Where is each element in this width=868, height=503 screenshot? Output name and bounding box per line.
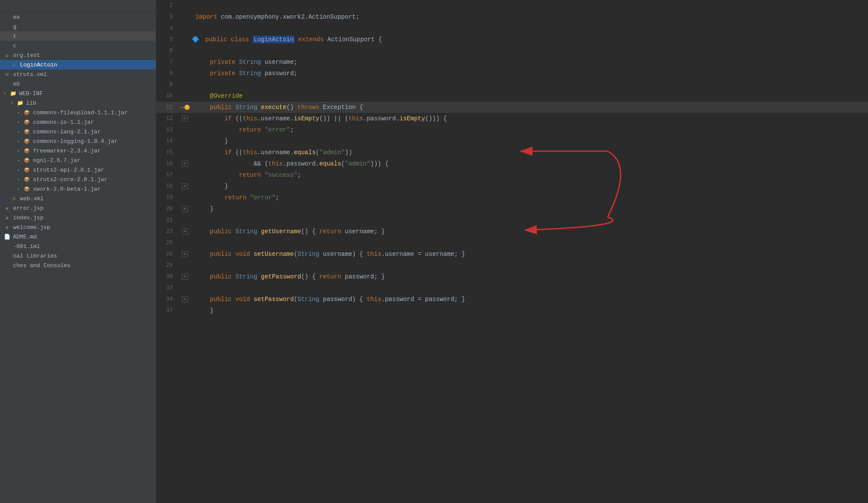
line-gutter-9	[178, 79, 192, 90]
token-plain	[195, 126, 239, 133]
line-gutter-11: →	[178, 102, 192, 113]
token-kw: class	[231, 36, 249, 43]
line-gutter-7	[178, 56, 192, 68]
token-kw: this	[243, 115, 257, 122]
sidebar-label: web.xml	[20, 195, 44, 202]
line-number-7: 7	[156, 56, 178, 68]
sidebar-item-xwork[interactable]: ▸📦xwork-2.0-beta-1.jar	[0, 184, 156, 194]
sidebar-label: error.jsp	[13, 205, 43, 212]
sidebar-item-eb[interactable]: eb	[0, 79, 156, 89]
sidebar-item-freemarker[interactable]: ▸📦freemarker-2.3.4.jar	[0, 146, 156, 156]
sidebar-item-commons-io[interactable]: ▸📦commons-io-1.1.jar	[0, 117, 156, 127]
sidebar-item-commons-lang[interactable]: ▸📦commons-lang-2.1.jar	[0, 127, 156, 136]
code-line-10: 10 @Override	[156, 90, 868, 102]
sidebar-icon-jar: 📦	[23, 138, 30, 145]
token-method: equals	[294, 149, 316, 156]
token-kw: private	[210, 70, 236, 77]
sidebar-item-chesConsoles[interactable]: ches and Consoles	[0, 261, 156, 270]
sidebar-item-commons-logging[interactable]: ▸📦commons-logging-1.0.4.jar	[0, 136, 156, 146]
sidebar-label: WEB-INF	[19, 90, 43, 97]
sidebar-item-WEB-INF[interactable]: ▾📁WEB-INF	[0, 89, 156, 98]
token-kw: return	[224, 194, 246, 201]
token-plain	[217, 13, 220, 20]
line-content-20: }	[192, 203, 868, 215]
sidebar-icon-folder: 📁	[16, 99, 23, 106]
sidebar-label: struts2-api-2.0.1.jar	[33, 167, 104, 173]
sidebar-item-g[interactable]: g	[0, 22, 156, 31]
fold-icon[interactable]: +	[182, 206, 188, 212]
sidebar-icon-plain	[3, 262, 10, 269]
fold-icon[interactable]: +	[182, 296, 188, 302]
sidebar-item-c[interactable]: c	[0, 41, 156, 50]
sidebar-item-lib[interactable]: ▾📁lib	[0, 98, 156, 108]
fold-icon[interactable]: +	[182, 274, 188, 280]
sidebar-item-commons-fileupload[interactable]: ▸📦commons-fileupload-1.1.1.jar	[0, 108, 156, 117]
line-gutter-12: +	[178, 113, 192, 124]
token-kw: import	[195, 13, 217, 20]
sidebar-icon-plain	[3, 23, 10, 30]
code-line-22: 22+ public String getUsername() { return…	[156, 226, 868, 237]
token-plain	[235, 59, 239, 66]
code-line-25: 25	[156, 237, 868, 248]
token-annotation: @Override	[210, 93, 243, 99]
sidebar-item-README.md[interactable]: 📄ADME.md	[0, 232, 156, 242]
fold-icon[interactable]: +	[182, 183, 188, 189]
sidebar-label: freemarker-2.3.4.jar	[33, 148, 101, 154]
sidebar-item-welcome.jsp[interactable]: ◈welcome.jsp	[0, 222, 156, 232]
token-plain	[195, 104, 210, 111]
sidebar-item-web.xml[interactable]: ⚙web.xml	[0, 194, 156, 203]
token-plain	[195, 273, 210, 280]
token-kw-blue: String	[297, 296, 319, 303]
line-content-12: if ((this.username.isEmpty()) || (this.p…	[192, 113, 868, 124]
line-gutter-18: +	[178, 181, 192, 192]
sidebar-item-index.jsp[interactable]: ◈index.jsp	[0, 213, 156, 222]
sidebar-item-struts2-core[interactable]: ▸📦struts2-core-2.0.1.jar	[0, 175, 156, 184]
line-gutter-16: +	[178, 158, 192, 169]
editor[interactable]: 23import com.opensymphony.xwork2.ActionS…	[156, 0, 868, 503]
sidebar-label: -001.iml	[13, 243, 40, 250]
sidebar-label: eb	[13, 81, 20, 87]
sidebar-icon-jar: 📦	[23, 119, 30, 126]
line-number-11: 11	[156, 102, 178, 113]
sidebar-item-nalLibraries[interactable]: nal Libraries	[0, 251, 156, 261]
sidebar-label: commons-logging-1.0.4.jar	[33, 138, 118, 145]
token-method: execute	[261, 104, 286, 111]
line-number-8: 8	[156, 68, 178, 79]
code-line-7: 7 private String username;	[156, 56, 868, 68]
token-plain: ())) {	[425, 115, 447, 122]
line-gutter-22: +	[178, 226, 192, 237]
sidebar-item-struts.xml[interactable]: ⚙struts.xml	[0, 69, 156, 79]
sidebar-item-ea[interactable]: ea	[0, 12, 156, 22]
fold-icon[interactable]: +	[182, 251, 188, 257]
token-kw: throws	[297, 104, 319, 111]
sidebar-icon-iml	[3, 243, 10, 250]
sidebar-item-error.jsp[interactable]: ◈error.jsp	[0, 203, 156, 213]
code-line-4: 4	[156, 23, 868, 34]
fold-icon[interactable]: +	[182, 228, 188, 235]
fold-icon[interactable]: +	[182, 116, 188, 122]
sidebar-item-t[interactable]: t	[0, 31, 156, 41]
line-content-8: private String password;	[192, 68, 868, 79]
token-method: setUsername	[253, 251, 293, 258]
token-plain: .password = password; }	[381, 296, 465, 303]
fold-icon[interactable]: +	[182, 161, 188, 167]
token-plain: ;	[356, 13, 359, 20]
sidebar-item-LoginActoin[interactable]: ☕LoginActoin	[0, 60, 156, 69]
line-content-17: return "success";	[192, 169, 868, 181]
line-content-10: @Override	[192, 90, 868, 102]
token-kw: public	[210, 251, 232, 258]
line-content-19: return "error";	[192, 192, 868, 203]
token-plain: ))	[345, 149, 352, 156]
code-line-21: 21	[156, 215, 868, 226]
sidebar-item-struts2-api[interactable]: ▸📦struts2-api-2.0.1.jar	[0, 165, 156, 175]
sidebar-item-iml[interactable]: -001.iml	[0, 242, 156, 251]
line-number-21: 21	[156, 215, 178, 226]
line-content-15: if ((this.username.equals("admin"))	[192, 147, 868, 158]
token-kw-blue: String	[235, 228, 257, 235]
sidebar-item-org.test[interactable]: ☕org.test	[0, 50, 156, 60]
token-plain	[235, 70, 239, 77]
sidebar-label: commons-fileupload-1.1.1.jar	[33, 109, 128, 116]
sidebar-item-ognl[interactable]: ▸📦ognl-2.6.7.jar	[0, 156, 156, 165]
line-content-26: public void setUsername(String username)…	[192, 248, 868, 260]
token-type: ActionSupport	[327, 36, 375, 43]
